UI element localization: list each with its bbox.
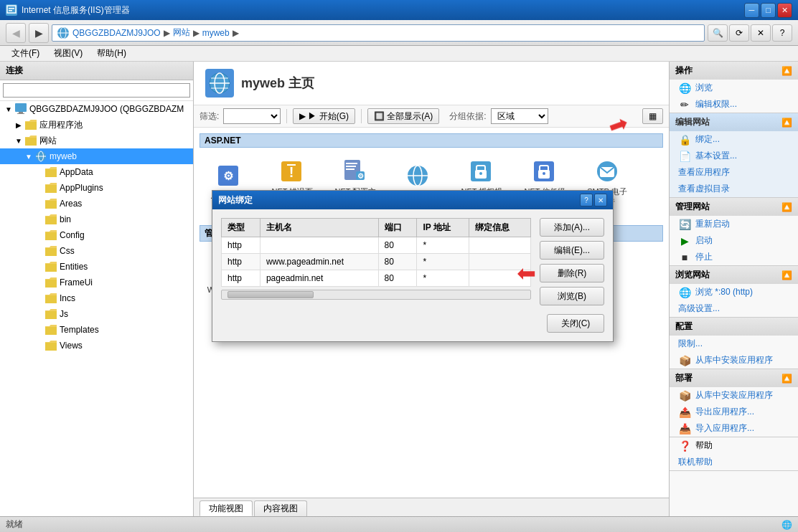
tab-feature-view[interactable]: 功能视图 <box>200 500 253 516</box>
nav-stop-button[interactable]: ✕ <box>751 24 771 42</box>
install-from-gallery-label[interactable]: 从库中安装应用程序 <box>695 389 773 402</box>
edit-perms-label[interactable]: 编辑权限... <box>695 98 737 110</box>
start-link[interactable]: ▶ 启动 <box>670 232 798 249</box>
view-apps-label[interactable]: 查看应用程序 <box>678 166 730 179</box>
tree-toggle[interactable]: ▶ <box>13 121 24 129</box>
start-button[interactable]: ▶ ▶ 开始(G) <box>293 108 355 124</box>
dialog-close-button[interactable]: ✕ <box>594 194 607 206</box>
tree-item-root[interactable]: ▼QBGGZBDAZMJ9JOO (QBGGZBDAZM <box>0 101 193 117</box>
view-vdirs-label[interactable]: 查看虚拟目录 <box>678 183 730 195</box>
tree-toggle[interactable]: ▼ <box>23 153 34 161</box>
online-help-label[interactable]: 联机帮助 <box>678 456 713 468</box>
binding-link[interactable]: 🔒 绑定... <box>670 131 798 148</box>
menu-view[interactable]: 视图(V) <box>48 46 88 61</box>
restart-link[interactable]: 🔄 重新启动 <box>670 216 798 232</box>
breadcrumb-home[interactable]: QBGGZBDAZMJ9JOO <box>72 28 161 38</box>
sidebar-search-input[interactable] <box>3 83 190 98</box>
browse-label[interactable]: 浏览 <box>695 82 713 94</box>
dialog-help-button[interactable]: ? <box>580 194 593 206</box>
col-type: 类型 <box>222 219 260 237</box>
tree-item-AppPlugins[interactable]: AppPlugins <box>0 180 193 196</box>
binding-row-1[interactable]: httpwww.pageadmin.net80* <box>222 254 531 270</box>
tree-item-Config[interactable]: Config <box>0 227 193 243</box>
tree-item-sites[interactable]: ▼网站 <box>0 133 193 148</box>
nav-search-button[interactable]: 🔍 <box>708 24 728 42</box>
tree-item-Templates[interactable]: Templates <box>0 322 193 338</box>
browse-link[interactable]: 🌐 浏览 <box>670 80 798 96</box>
basic-settings-label[interactable]: 基本设置... <box>695 150 737 162</box>
back-button[interactable]: ◀ <box>6 23 26 43</box>
tree-item-bin[interactable]: bin <box>0 212 193 227</box>
nav-refresh-button[interactable]: ⟳ <box>729 24 749 42</box>
edit-binding-button[interactable]: 编辑(E)... <box>540 241 604 260</box>
minimize-button[interactable]: ─ <box>744 3 759 18</box>
advanced-settings-link[interactable]: 高级设置... <box>670 300 798 317</box>
edit-perms-link[interactable]: ✏ 编辑权限... <box>670 96 798 113</box>
view-apps-link[interactable]: 查看应用程序 <box>670 164 798 181</box>
tree-item-Entities[interactable]: Entities <box>0 259 193 275</box>
edit-perms-icon: ✏ <box>678 99 691 110</box>
import-app-label[interactable]: 导入应用程序... <box>695 422 754 434</box>
install-from-gallery-config-label[interactable]: 从库中安装应用程序 <box>695 354 773 366</box>
menu-file[interactable]: 文件(F) <box>6 46 45 61</box>
tree-item-Views[interactable]: Views <box>0 338 193 353</box>
browse80-label[interactable]: 浏览 *:80 (http) <box>695 286 753 298</box>
stop-label[interactable]: 停止 <box>695 251 713 263</box>
actions-collapse[interactable]: 🔼 <box>781 66 792 76</box>
filter-dropdown[interactable] <box>223 108 281 124</box>
online-help-link[interactable]: 联机帮助 <box>670 454 798 470</box>
export-app-label[interactable]: 导出应用程序... <box>695 406 754 418</box>
tab-content-view[interactable]: 内容视图 <box>254 500 307 516</box>
showall-button[interactable]: 🔲 全部显示(A) <box>367 108 439 124</box>
browse80-link[interactable]: 🌐 浏览 *:80 (http) <box>670 284 798 300</box>
manage-website-collapse[interactable]: 🔼 <box>781 202 792 212</box>
tree-item-Css[interactable]: Css <box>0 243 193 259</box>
breadcrumb-myweb[interactable]: myweb <box>202 28 230 38</box>
advanced-settings-label[interactable]: 高级设置... <box>678 303 720 315</box>
cell-host <box>260 237 378 254</box>
edit-website-collapse[interactable]: 🔼 <box>781 118 792 128</box>
tree-item-AppData[interactable]: AppData <box>0 164 193 180</box>
browse-binding-button[interactable]: 浏览(B) <box>540 287 604 305</box>
tree-item-Incs[interactable]: Incs <box>0 290 193 306</box>
limits-link[interactable]: 限制... <box>670 336 798 352</box>
groupby-dropdown[interactable]: 区域 <box>491 108 548 124</box>
forward-button[interactable]: ▶ <box>29 23 49 43</box>
horizontal-scrollbar[interactable] <box>221 290 531 300</box>
tree-toggle[interactable]: ▼ <box>13 137 24 145</box>
import-app-link[interactable]: 📥 导入应用程序... <box>670 420 798 437</box>
menu-help[interactable]: 帮助(H) <box>91 46 132 61</box>
tree-item-Js[interactable]: Js <box>0 306 193 322</box>
tree-item-FrameUi[interactable]: FrameUi <box>0 275 193 290</box>
maximize-button[interactable]: □ <box>761 3 776 18</box>
stop-link[interactable]: ■ 停止 <box>670 249 798 265</box>
view-toggle-button[interactable]: ▦ <box>642 108 663 124</box>
col-ip: IP 地址 <box>417 219 469 237</box>
restart-label[interactable]: 重新启动 <box>695 218 730 230</box>
view-vdirs-link[interactable]: 查看虚拟目录 <box>670 181 798 197</box>
tree-item-apppool[interactable]: ▶应用程序池 <box>0 117 193 133</box>
edit-website-section: 编辑网站 🔼 🔒 绑定... 📄 基本设置... 查看应用程序 查看虚拟目录 <box>670 113 798 198</box>
nav-help-button[interactable]: ? <box>772 24 792 42</box>
export-app-link[interactable]: 📤 导出应用程序... <box>670 404 798 420</box>
start-label[interactable]: 启动 <box>695 234 713 247</box>
binding-row-2[interactable]: httppageadmin.net80* <box>222 270 531 287</box>
binding-row-0[interactable]: http80* <box>222 237 531 254</box>
install-from-gallery-config-link[interactable]: 📦 从库中安装应用程序 <box>670 352 798 369</box>
export-app-icon: 📤 <box>678 407 691 418</box>
basic-settings-link[interactable]: 📄 基本设置... <box>670 148 798 164</box>
dialog-close-main-button[interactable]: 关闭(C) <box>547 314 604 333</box>
deploy-collapse[interactable]: 🔼 <box>781 374 792 384</box>
help-link[interactable]: ❓ 帮助 <box>670 437 798 454</box>
tree-toggle[interactable]: ▼ <box>3 105 14 113</box>
install-from-gallery-link[interactable]: 📦 从库中安装应用程序 <box>670 387 798 404</box>
breadcrumb-sites[interactable]: 网站 <box>173 27 190 39</box>
browse-website-collapse[interactable]: 🔼 <box>781 270 792 280</box>
add-binding-button[interactable]: 添加(A)... <box>540 218 604 237</box>
binding-label[interactable]: 绑定... <box>695 133 720 146</box>
limits-label[interactable]: 限制... <box>678 338 703 350</box>
tree-item-myweb[interactable]: ▼myweb <box>0 148 193 164</box>
close-button[interactable]: ✕ <box>777 3 792 18</box>
remove-binding-button[interactable]: 删除(R) <box>540 264 604 282</box>
tree-item-Areas[interactable]: Areas <box>0 196 193 212</box>
